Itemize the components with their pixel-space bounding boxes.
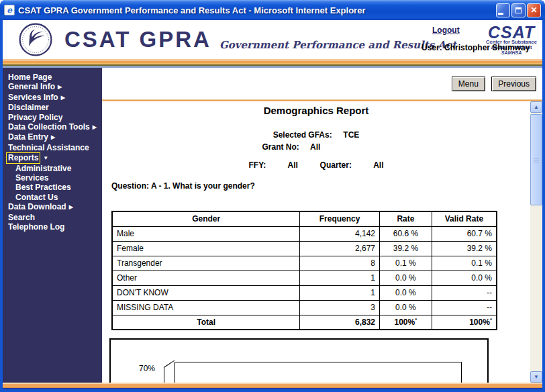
selected-gfas-value: TCE [343, 130, 359, 140]
app-header: CSAT GPRA Government Performance and Res… [3, 20, 542, 59]
title-bar[interactable]: e CSAT GPRA Government Performance and R… [0, 0, 545, 20]
sidebar-item-search[interactable]: Search [3, 213, 102, 222]
submenu-arrow-icon: ▶ [58, 84, 62, 90]
submenu-arrow-icon: ▶ [69, 204, 73, 210]
maximize-icon [515, 7, 522, 13]
page-title: Demographics Report [102, 105, 530, 116]
chart-plot-area [175, 362, 462, 383]
scroll-down-button[interactable]: ▼ [530, 371, 542, 383]
sidebar-item-disclaimer[interactable]: Disclaimer [3, 103, 102, 112]
minimize-button[interactable] [496, 3, 510, 17]
browser-window: e CSAT GPRA Government Performance and R… [0, 0, 545, 392]
sidebar-item-home-page[interactable]: Home Page [3, 72, 102, 82]
sidebar-nav: Home Page General Info▶ Services Info▶ D… [3, 68, 102, 383]
table-row: Male 4,142 60.6 % 60.7 % [112, 226, 497, 241]
session-block: Logout User: Christopher Shumway [422, 23, 536, 52]
scrollbar-thumb[interactable] [530, 114, 542, 205]
window-title: CSAT GPRA Government Performance and Res… [18, 5, 496, 15]
table-header-row: Gender Frequency Rate Valid Rate [112, 211, 497, 226]
scroll-up-icon: ▲ [534, 104, 539, 110]
selected-gfas-line: Selected GFAs: TCE [102, 130, 530, 140]
quarter-value: All [373, 160, 383, 170]
scrollbar-track[interactable] [530, 205, 542, 371]
header-divider [3, 59, 542, 68]
submenu-arrow-icon: ▶ [51, 134, 55, 140]
footer-divider [3, 383, 542, 389]
user-name: User: Christopher Shumway [422, 43, 536, 52]
sidebar-item-data-collection-tools[interactable]: Data Collection Tools▶ [3, 122, 102, 132]
page: CSAT GPRA Government Performance and Res… [3, 20, 542, 389]
table-row: Female 2,677 39.2 % 39.2 % [112, 241, 497, 256]
col-header-valid-rate: Valid Rate [432, 211, 497, 226]
previous-button[interactable]: Previous [491, 77, 536, 91]
submenu-arrow-icon: ▶ [93, 124, 97, 130]
brand-title: CSAT GPRA [64, 27, 211, 52]
sidebar-item-services-info[interactable]: Services Info▶ [3, 93, 102, 103]
col-header-rate: Rate [379, 211, 432, 226]
sidebar-item-best-practices[interactable]: Best Practices [3, 183, 102, 192]
hhs-eagle-logo-icon [17, 21, 54, 58]
col-header-frequency: Frequency [300, 211, 380, 226]
grant-no-value: All [310, 142, 320, 152]
toolbar: Menu Previous [102, 68, 542, 99]
scroll-down-icon: ▼ [534, 374, 539, 380]
ffy-quarter-line: FFY: All Quarter: All [102, 160, 530, 170]
grant-no-label: Grant No: [262, 142, 299, 152]
sidebar-item-technical-assistance[interactable]: Technical Assistance [3, 143, 102, 152]
ffy-value: All [288, 160, 298, 170]
scrollbar-grip-icon [534, 158, 539, 162]
footnote-marker: * [415, 317, 417, 323]
selected-gfas-label: Selected GFAs: [273, 130, 332, 140]
sidebar-item-contact-us[interactable]: Contact Us [3, 193, 102, 202]
col-header-gender: Gender [112, 211, 300, 226]
chart-axis-line [164, 360, 175, 368]
menu-button[interactable]: Menu [452, 77, 485, 91]
grant-no-line: Grant No: All [102, 142, 481, 152]
maximize-button[interactable] [511, 3, 526, 17]
gender-bar-chart: 70% [109, 338, 489, 383]
report-area: Demographics Report Selected GFAs: TCE G… [102, 101, 530, 383]
sidebar-item-services[interactable]: Services [3, 173, 102, 183]
sidebar-item-general-info[interactable]: General Info▶ [3, 82, 102, 92]
submenu-arrow-icon: ▶ [61, 95, 65, 101]
logout-link[interactable]: Logout [432, 26, 460, 35]
internet-explorer-icon: e [4, 5, 15, 15]
close-button[interactable]: ✕ [527, 3, 541, 17]
footnote-marker: * [490, 317, 492, 323]
sidebar-item-administrative[interactable]: Administrative [3, 164, 102, 173]
sidebar-item-reports[interactable]: Reports▼ [3, 152, 102, 163]
chart-axis-line [164, 367, 164, 383]
selected-item-highlight: Reports [6, 152, 40, 163]
table-row: DON'T KNOW 1 0.0 % -- [112, 285, 497, 300]
table-row: MISSING DATA 3 0.0 % -- [112, 300, 497, 315]
close-icon: ✕ [530, 5, 537, 15]
vertical-scrollbar[interactable]: ▲ ▼ [530, 101, 542, 383]
demographics-table: Gender Frequency Rate Valid Rate Male 4,… [111, 211, 497, 330]
content-frame: Menu Previous Demographics Report Select… [102, 68, 542, 383]
sidebar-item-data-entry[interactable]: Data Entry▶ [3, 132, 102, 142]
question-text: Question: A - 1. What is your gender? [111, 181, 530, 191]
sidebar-item-telephone-log[interactable]: Telephone Log [3, 222, 102, 232]
table-row: Transgender 8 0.1 % 0.1 % [112, 256, 497, 271]
minimize-icon [498, 13, 503, 15]
submenu-expanded-arrow-icon: ▼ [43, 155, 48, 161]
table-total-row: Total 6,832 100%* 100%* [112, 315, 497, 330]
table-row: Other 1 0.0 % 0.0 % [112, 271, 497, 285]
y-axis-tick-label: 70% [139, 364, 155, 373]
ffy-label: FFY: [249, 160, 266, 170]
sidebar-item-data-download[interactable]: Data Download▶ [3, 202, 102, 212]
sidebar-item-privacy-policy[interactable]: Privacy Policy [3, 113, 102, 122]
scroll-up-button[interactable]: ▲ [530, 101, 542, 113]
quarter-label: Quarter: [320, 160, 352, 170]
